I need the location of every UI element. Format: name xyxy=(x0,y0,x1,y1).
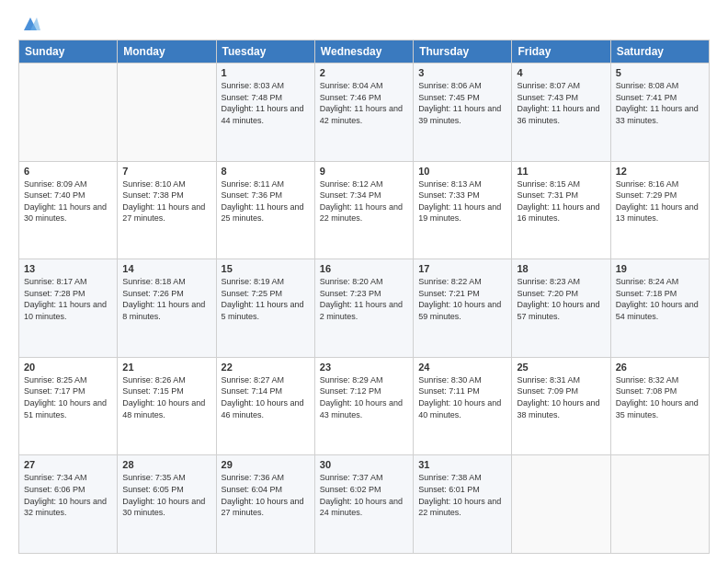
day-cell: 5Sunrise: 8:08 AM Sunset: 7:41 PM Daylig… xyxy=(610,63,709,162)
day-info: Sunrise: 8:13 AM Sunset: 7:33 PM Dayligh… xyxy=(418,178,506,224)
day-info: Sunrise: 8:17 AM Sunset: 7:28 PM Dayligh… xyxy=(24,276,112,322)
day-info: Sunrise: 7:38 AM Sunset: 6:01 PM Dayligh… xyxy=(418,472,506,518)
day-info: Sunrise: 8:30 AM Sunset: 7:11 PM Dayligh… xyxy=(418,374,506,420)
day-number: 8 xyxy=(222,166,310,177)
day-info: Sunrise: 8:31 AM Sunset: 7:09 PM Dayligh… xyxy=(517,374,605,420)
day-info: Sunrise: 8:29 AM Sunset: 7:12 PM Dayligh… xyxy=(320,374,408,420)
day-number: 20 xyxy=(24,362,112,373)
day-info: Sunrise: 8:20 AM Sunset: 7:23 PM Dayligh… xyxy=(320,276,408,322)
day-header-tuesday: Tuesday xyxy=(216,40,314,63)
day-cell: 27Sunrise: 7:34 AM Sunset: 6:06 PM Dayli… xyxy=(19,455,118,554)
day-info: Sunrise: 8:12 AM Sunset: 7:34 PM Dayligh… xyxy=(320,178,408,224)
day-info: Sunrise: 8:26 AM Sunset: 7:15 PM Dayligh… xyxy=(122,374,210,420)
week-row-1: 1Sunrise: 8:03 AM Sunset: 7:48 PM Daylig… xyxy=(19,63,710,162)
week-row-4: 20Sunrise: 8:25 AM Sunset: 7:17 PM Dayli… xyxy=(19,357,710,455)
day-cell: 31Sunrise: 7:38 AM Sunset: 6:01 PM Dayli… xyxy=(414,455,512,554)
week-row-5: 27Sunrise: 7:34 AM Sunset: 6:06 PM Dayli… xyxy=(19,455,710,554)
day-cell: 12Sunrise: 8:16 AM Sunset: 7:29 PM Dayli… xyxy=(610,161,709,259)
day-cell xyxy=(512,455,610,554)
day-cell xyxy=(610,455,709,554)
day-number: 2 xyxy=(320,67,408,78)
day-cell: 11Sunrise: 8:15 AM Sunset: 7:31 PM Dayli… xyxy=(512,161,610,259)
logo-icon xyxy=(20,14,40,34)
day-info: Sunrise: 8:06 AM Sunset: 7:45 PM Dayligh… xyxy=(418,80,506,126)
day-info: Sunrise: 8:07 AM Sunset: 7:43 PM Dayligh… xyxy=(517,80,605,126)
day-cell: 14Sunrise: 8:18 AM Sunset: 7:26 PM Dayli… xyxy=(118,259,216,358)
day-number: 19 xyxy=(616,263,704,274)
day-cell xyxy=(118,63,216,162)
day-info: Sunrise: 8:09 AM Sunset: 7:40 PM Dayligh… xyxy=(24,178,112,224)
day-cell: 2Sunrise: 8:04 AM Sunset: 7:46 PM Daylig… xyxy=(314,63,413,162)
day-number: 1 xyxy=(222,67,310,78)
day-cell: 1Sunrise: 8:03 AM Sunset: 7:48 PM Daylig… xyxy=(216,63,314,162)
day-cell: 18Sunrise: 8:23 AM Sunset: 7:20 PM Dayli… xyxy=(512,259,610,358)
day-cell: 9Sunrise: 8:12 AM Sunset: 7:34 PM Daylig… xyxy=(314,161,413,259)
day-cell: 29Sunrise: 7:36 AM Sunset: 6:04 PM Dayli… xyxy=(216,455,314,554)
day-info: Sunrise: 8:23 AM Sunset: 7:20 PM Dayligh… xyxy=(517,276,605,322)
day-cell: 17Sunrise: 8:22 AM Sunset: 7:21 PM Dayli… xyxy=(414,259,512,358)
day-number: 3 xyxy=(418,67,506,78)
day-header-monday: Monday xyxy=(118,40,216,63)
day-number: 7 xyxy=(122,166,210,177)
day-header-saturday: Saturday xyxy=(610,40,709,63)
day-number: 22 xyxy=(222,362,310,373)
day-number: 6 xyxy=(24,166,112,177)
day-cell: 10Sunrise: 8:13 AM Sunset: 7:33 PM Dayli… xyxy=(414,161,512,259)
day-number: 29 xyxy=(222,459,310,470)
day-number: 17 xyxy=(418,263,506,274)
day-info: Sunrise: 8:11 AM Sunset: 7:36 PM Dayligh… xyxy=(222,178,310,224)
day-info: Sunrise: 7:36 AM Sunset: 6:04 PM Dayligh… xyxy=(222,472,310,518)
day-cell: 7Sunrise: 8:10 AM Sunset: 7:38 PM Daylig… xyxy=(118,161,216,259)
day-cell xyxy=(19,63,118,162)
day-number: 24 xyxy=(418,362,506,373)
day-cell: 20Sunrise: 8:25 AM Sunset: 7:17 PM Dayli… xyxy=(19,357,118,455)
day-number: 15 xyxy=(222,263,310,274)
day-cell: 15Sunrise: 8:19 AM Sunset: 7:25 PM Dayli… xyxy=(216,259,314,358)
day-cell: 19Sunrise: 8:24 AM Sunset: 7:18 PM Dayli… xyxy=(610,259,709,358)
day-cell: 16Sunrise: 8:20 AM Sunset: 7:23 PM Dayli… xyxy=(314,259,413,358)
calendar-table: SundayMondayTuesdayWednesdayThursdayFrid… xyxy=(18,40,710,554)
day-info: Sunrise: 8:04 AM Sunset: 7:46 PM Dayligh… xyxy=(320,80,408,126)
day-number: 23 xyxy=(320,362,408,373)
day-info: Sunrise: 8:18 AM Sunset: 7:26 PM Dayligh… xyxy=(122,276,210,322)
day-info: Sunrise: 7:34 AM Sunset: 6:06 PM Dayligh… xyxy=(24,472,112,518)
day-number: 30 xyxy=(320,459,408,470)
day-number: 28 xyxy=(122,459,210,470)
day-number: 21 xyxy=(122,362,210,373)
day-info: Sunrise: 8:22 AM Sunset: 7:21 PM Dayligh… xyxy=(418,276,506,322)
day-number: 5 xyxy=(616,67,704,78)
day-cell: 6Sunrise: 8:09 AM Sunset: 7:40 PM Daylig… xyxy=(19,161,118,259)
day-number: 18 xyxy=(517,263,605,274)
day-number: 4 xyxy=(517,67,605,78)
day-info: Sunrise: 8:32 AM Sunset: 7:08 PM Dayligh… xyxy=(616,374,704,420)
day-number: 26 xyxy=(616,362,704,373)
week-row-2: 6Sunrise: 8:09 AM Sunset: 7:40 PM Daylig… xyxy=(19,161,710,259)
day-cell: 30Sunrise: 7:37 AM Sunset: 6:02 PM Dayli… xyxy=(314,455,413,554)
day-info: Sunrise: 8:19 AM Sunset: 7:25 PM Dayligh… xyxy=(222,276,310,322)
day-info: Sunrise: 7:37 AM Sunset: 6:02 PM Dayligh… xyxy=(320,472,408,518)
day-header-thursday: Thursday xyxy=(414,40,512,63)
day-number: 9 xyxy=(320,166,408,177)
day-cell: 22Sunrise: 8:27 AM Sunset: 7:14 PM Dayli… xyxy=(216,357,314,455)
day-info: Sunrise: 8:24 AM Sunset: 7:18 PM Dayligh… xyxy=(616,276,704,322)
day-info: Sunrise: 8:27 AM Sunset: 7:14 PM Dayligh… xyxy=(222,374,310,420)
day-header-sunday: Sunday xyxy=(19,40,118,63)
day-cell: 26Sunrise: 8:32 AM Sunset: 7:08 PM Dayli… xyxy=(610,357,709,455)
day-cell: 4Sunrise: 8:07 AM Sunset: 7:43 PM Daylig… xyxy=(512,63,610,162)
day-cell: 28Sunrise: 7:35 AM Sunset: 6:05 PM Dayli… xyxy=(118,455,216,554)
day-number: 10 xyxy=(418,166,506,177)
day-info: Sunrise: 8:08 AM Sunset: 7:41 PM Dayligh… xyxy=(616,80,704,126)
day-info: Sunrise: 7:35 AM Sunset: 6:05 PM Dayligh… xyxy=(122,472,210,518)
day-header-row: SundayMondayTuesdayWednesdayThursdayFrid… xyxy=(19,40,710,63)
day-cell: 25Sunrise: 8:31 AM Sunset: 7:09 PM Dayli… xyxy=(512,357,610,455)
day-number: 16 xyxy=(320,263,408,274)
day-info: Sunrise: 8:10 AM Sunset: 7:38 PM Dayligh… xyxy=(122,178,210,224)
day-info: Sunrise: 8:03 AM Sunset: 7:48 PM Dayligh… xyxy=(222,80,310,126)
day-cell: 8Sunrise: 8:11 AM Sunset: 7:36 PM Daylig… xyxy=(216,161,314,259)
day-header-wednesday: Wednesday xyxy=(314,40,413,63)
day-info: Sunrise: 8:16 AM Sunset: 7:29 PM Dayligh… xyxy=(616,178,704,224)
day-number: 14 xyxy=(122,263,210,274)
day-number: 13 xyxy=(24,263,112,274)
day-cell: 13Sunrise: 8:17 AM Sunset: 7:28 PM Dayli… xyxy=(19,259,118,358)
week-row-3: 13Sunrise: 8:17 AM Sunset: 7:28 PM Dayli… xyxy=(19,259,710,358)
